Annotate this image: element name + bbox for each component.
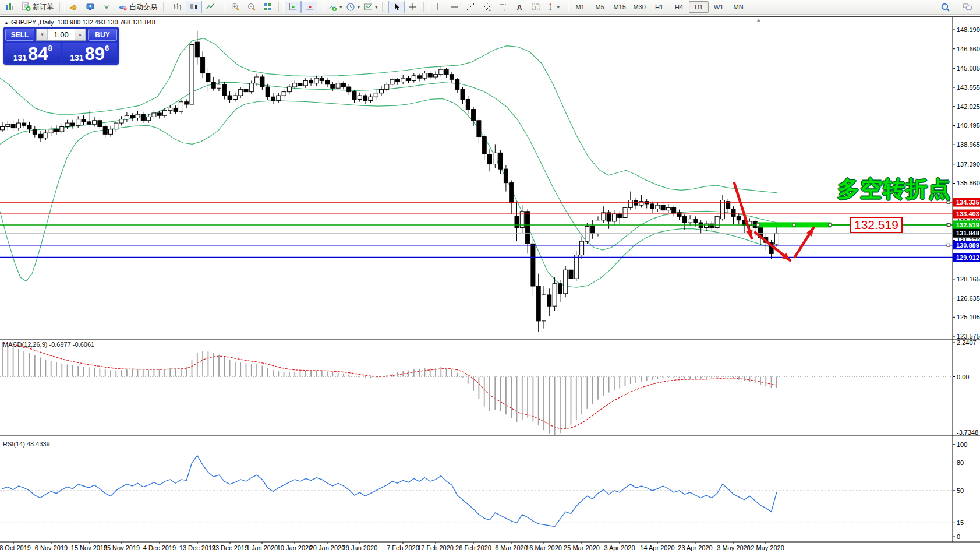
turning-point-annotation[interactable]: 多空转折点 — [837, 174, 951, 204]
volume-up-button[interactable]: ▲ — [75, 29, 86, 40]
horizontal-line-objects[interactable] — [0, 201, 953, 258]
timeframe-m1[interactable]: M1 — [570, 1, 590, 13]
svg-text:23 Apr 2020: 23 Apr 2020 — [678, 544, 712, 551]
fibonacci-icon: F — [498, 2, 508, 12]
sell-button[interactable]: SELL — [5, 29, 34, 41]
volume-input[interactable]: 1.00 — [48, 29, 75, 40]
shapes-icon — [546, 2, 555, 12]
search-icon — [940, 2, 950, 12]
vertical-line-button[interactable] — [430, 1, 446, 13]
alerts-button[interactable] — [66, 1, 82, 13]
chart-surface[interactable]: 148.190146.660145.085143.555142.025140.4… — [0, 0, 980, 553]
svg-text:132.519: 132.519 — [956, 221, 979, 228]
rsi-pane: 1008050150 — [0, 441, 967, 540]
chart-symbol-period: GBPJPY-,Daily — [11, 19, 54, 26]
buy-button[interactable]: BUY — [88, 29, 117, 41]
toolbar-separator — [320, 2, 325, 12]
chat-icon — [963, 2, 972, 12]
rsi-indicator-label: RSI(14) 48.4339 — [3, 441, 50, 448]
line-chart-button[interactable] — [202, 1, 218, 13]
templates-button[interactable]: ▾ — [362, 1, 380, 13]
svg-text:140.495: 140.495 — [957, 122, 980, 129]
svg-text:23 Dec 2019: 23 Dec 2019 — [212, 544, 248, 551]
macd-indicator-label: MACD(12,26,9) -0.6977 -0.6061 — [3, 341, 94, 348]
community-button[interactable] — [82, 1, 98, 13]
horizontal-line-button[interactable] — [446, 1, 462, 13]
timeframe-m30[interactable]: M30 — [629, 1, 649, 13]
chart-shift-marker[interactable] — [756, 19, 761, 22]
svg-text:10 Jan 2020: 10 Jan 2020 — [277, 544, 313, 551]
svg-text:6 Nov 2019: 6 Nov 2019 — [35, 544, 68, 551]
vline-icon — [433, 2, 443, 12]
indicators-icon — [328, 2, 337, 12]
toolbar-separator — [423, 2, 429, 12]
chevron-down-icon[interactable]: ▾ — [375, 4, 378, 10]
svg-text:2.2407: 2.2407 — [957, 339, 977, 346]
timeframe-w1[interactable]: W1 — [709, 1, 728, 13]
macd-signal-line — [2, 343, 777, 429]
signals-button[interactable] — [98, 1, 115, 13]
fibonacci-button[interactable]: F — [495, 1, 511, 13]
line-handle[interactable] — [947, 244, 950, 246]
svg-text:4 Dec 2019: 4 Dec 2019 — [143, 544, 176, 551]
trendline-button[interactable] — [462, 1, 479, 13]
periods-button[interactable]: ▾ — [344, 1, 362, 13]
label-icon: T — [531, 2, 540, 12]
buy-price[interactable]: 131 89 6 — [62, 43, 118, 63]
toolbar-separator — [221, 2, 226, 12]
svg-text:130.889: 130.889 — [956, 242, 979, 249]
svg-text:128.165: 128.165 — [957, 276, 980, 283]
toolbar-right-group — [937, 1, 975, 13]
cursor-button[interactable] — [388, 1, 405, 13]
svg-text:E: E — [489, 8, 491, 12]
chevron-down-icon[interactable]: ▾ — [557, 4, 560, 10]
timeframe-mn[interactable]: MN — [728, 1, 748, 13]
auto-scroll-button[interactable] — [285, 1, 301, 13]
file-group: 新订单 — [2, 0, 57, 14]
timeframe-m5[interactable]: M5 — [590, 1, 610, 13]
toolbar-separator — [382, 2, 387, 12]
app-chart-button[interactable] — [2, 1, 18, 13]
new-order-button[interactable]: 新订单 — [18, 1, 57, 13]
volume-stepper: ▼ 1.00 ▲ — [36, 29, 86, 41]
collapse-panel-icon[interactable]: ▲ — [4, 20, 9, 26]
price-callout-label[interactable]: 132.519 — [850, 217, 903, 233]
svg-text:50: 50 — [957, 487, 964, 494]
zoom-out-icon — [247, 2, 256, 12]
shapes-button[interactable]: ▾ — [544, 1, 562, 13]
zoom-out-button[interactable] — [243, 1, 260, 13]
svg-text:28 Oct 2019: 28 Oct 2019 — [0, 544, 31, 551]
timeframe-h4[interactable]: H4 — [669, 1, 689, 13]
chevron-down-icon[interactable]: ▾ — [358, 4, 360, 10]
svg-text:14 Apr 2020: 14 Apr 2020 — [640, 544, 674, 551]
toolbar: 新订单自动交易▾▾▾EFAT▾M1M5M15M30H1H4D1W1MN — [0, 0, 980, 15]
svg-text:134.335: 134.335 — [956, 199, 979, 206]
zoom-in-button[interactable] — [227, 1, 243, 13]
svg-text:20 Jan 2020: 20 Jan 2020 — [310, 544, 345, 551]
line-chart-icon — [206, 2, 215, 12]
indicators-button[interactable]: ▾ — [326, 1, 344, 13]
crosshair-button[interactable] — [405, 1, 421, 13]
svg-text:137.390: 137.390 — [957, 161, 980, 168]
candlestick-button[interactable] — [186, 1, 202, 13]
timeframe-d1[interactable]: D1 — [689, 1, 709, 13]
chat-button[interactable] — [959, 1, 975, 13]
autotrade-button[interactable]: 自动交易 — [115, 1, 161, 13]
search-button[interactable] — [937, 1, 953, 13]
svg-text:125.105: 125.105 — [957, 314, 980, 320]
chart-ohlc-values: 130.980 132.493 130.768 131.848 — [58, 19, 155, 26]
sell-price[interactable]: 131 84 8 — [5, 43, 61, 63]
timeframe-m15[interactable]: M15 — [610, 1, 629, 13]
label-button[interactable]: T — [528, 1, 544, 13]
channel-button[interactable]: E — [479, 1, 495, 13]
chevron-down-icon[interactable]: ▾ — [339, 4, 342, 10]
chart-shift-button[interactable] — [301, 1, 317, 13]
text-button[interactable]: A — [511, 1, 528, 13]
volume-down-button[interactable]: ▼ — [37, 29, 48, 40]
tile-windows-button[interactable] — [260, 1, 276, 13]
bar-chart-button[interactable] — [169, 1, 186, 13]
toolbar-separator — [564, 2, 569, 12]
timeframe-h1[interactable]: H1 — [649, 1, 669, 13]
svg-text:-3.7348: -3.7348 — [957, 429, 978, 436]
bar-chart-icon — [173, 2, 182, 12]
